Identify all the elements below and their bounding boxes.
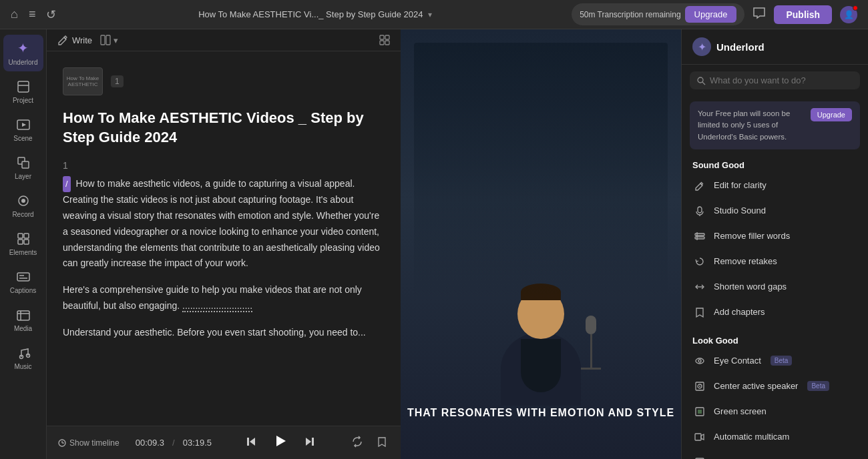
video-preview: THAT RESONATES WITH EMOTION AND STYLE (401, 29, 681, 459)
page-thumbnail-row: How To Make AESTHETIC 1 (63, 67, 385, 95)
eye-contact-icon (692, 354, 707, 368)
grid-view-toggle[interactable] (379, 35, 390, 45)
feature-studio-sound[interactable]: Studio Sound (682, 198, 868, 223)
search-input[interactable] (710, 75, 853, 85)
svg-point-43 (698, 360, 701, 362)
timeline-icon (57, 438, 67, 448)
sidebar-item-media[interactable]: Media (3, 302, 43, 338)
show-timeline-label: Show timeline (69, 438, 120, 448)
sidebar-label-scene: Scene (13, 135, 32, 142)
paragraph-2[interactable]: Here's a comprehensive guide to help you… (63, 282, 385, 314)
eye-contact-label: Eye Contact (714, 356, 761, 366)
feature-green-screen[interactable]: Green screen (682, 399, 868, 424)
topbar: ⌂ ≡ ↺ How To Make AESTHETIC Vi..._ Step … (0, 0, 868, 29)
center-speaker-label: Center active speaker (714, 381, 798, 391)
sidebar-label-captions: Captions (10, 287, 36, 294)
prev-icon (245, 436, 257, 448)
avatar-button[interactable]: 👤 (837, 3, 860, 26)
add-chapters-icon (692, 305, 707, 320)
sound-good-section-title: Sound Good (682, 155, 868, 173)
topbar-left: ⌂ ≡ ↺ (8, 5, 59, 25)
play-button[interactable] (270, 431, 290, 454)
bookmark-button[interactable] (374, 434, 390, 452)
feature-add-chapters[interactable]: Add chapters (682, 300, 868, 325)
write-label: Write (72, 35, 92, 45)
captions-icon (16, 270, 31, 284)
green-screen-icon (692, 404, 707, 419)
svg-rect-36 (698, 207, 702, 213)
sidebar-item-elements[interactable]: Elements (3, 226, 43, 262)
next-icon (304, 436, 316, 448)
feature-edit-clarity[interactable]: Edit for clarity (682, 173, 868, 198)
speaker-shirt (521, 339, 561, 392)
svg-rect-39 (695, 237, 704, 239)
svg-rect-49 (695, 434, 701, 440)
menu-button[interactable]: ≡ (26, 5, 39, 24)
sidebar-item-layer[interactable]: Layer (3, 150, 43, 185)
feature-auto-multicam[interactable]: Automatic multicam (682, 424, 868, 450)
remove-retakes-icon (692, 254, 707, 269)
svg-rect-12 (17, 273, 29, 281)
publish-button[interactable]: Publish (774, 5, 832, 24)
svg-rect-33 (312, 438, 314, 446)
sidebar-label-record: Record (12, 211, 33, 218)
feature-remove-filler[interactable]: Remove filler words (682, 223, 868, 249)
sidebar-item-scene[interactable]: Scene (3, 112, 43, 147)
svg-rect-8 (18, 234, 23, 238)
upgrade-notice-button[interactable]: Upgrade (811, 108, 852, 121)
sidebar-item-project[interactable]: Project (3, 74, 43, 109)
layout-icon (100, 35, 111, 45)
bookmark-icon (377, 436, 387, 447)
sidebar-item-captions[interactable]: Captions (3, 264, 43, 300)
sidebar-label-project: Project (13, 97, 33, 104)
comments-button[interactable] (750, 3, 769, 25)
sidebar-item-record[interactable]: Record (3, 188, 43, 223)
search-box[interactable] (690, 71, 860, 89)
paragraph-3[interactable]: Understand your aesthetic. Before you ev… (63, 325, 385, 341)
feature-gen-image[interactable]: Generate an image (682, 450, 868, 459)
page-number: 1 (111, 75, 124, 87)
svg-point-46 (699, 386, 700, 387)
undo-button[interactable]: ↺ (43, 5, 59, 25)
svg-rect-10 (18, 240, 23, 244)
loop-button[interactable] (349, 433, 366, 453)
feature-shorten-gaps[interactable]: Shorten word gaps (682, 274, 868, 300)
video-bg-overlay (414, 43, 668, 300)
upgrade-button-topbar[interactable]: Upgrade (685, 6, 737, 23)
section-number: 1 (63, 160, 385, 171)
layout-toggle[interactable]: ▾ (100, 35, 118, 45)
svg-rect-48 (698, 410, 702, 414)
show-timeline-button[interactable]: Show timeline (57, 438, 120, 448)
comment-icon (752, 6, 766, 19)
svg-point-42 (696, 358, 704, 364)
upgrade-notice-content: Your Free plan will soon be limited to o… (698, 108, 852, 143)
write-button[interactable]: Write (57, 35, 92, 45)
feature-center-speaker[interactable]: Center active speaker Beta (682, 374, 868, 399)
svg-line-35 (702, 82, 705, 85)
document-title: How To Make AESTHETIC Videos _ Step by S… (63, 109, 385, 147)
editor-content[interactable]: How To Make AESTHETIC 1 How To Make AEST… (47, 51, 401, 426)
svg-marker-29 (250, 438, 255, 446)
svg-rect-0 (18, 81, 29, 92)
shorten-gaps-icon (692, 280, 707, 294)
underlord-header: ✦ Underlord (682, 29, 868, 65)
paragraph-1[interactable]: / How to make aesthetic videos, a guide … (63, 176, 385, 272)
svg-rect-15 (17, 311, 29, 320)
video-caption: THAT RESONATES WITH EMOTION AND STYLE (407, 407, 674, 419)
feature-eye-contact[interactable]: Eye Contact Beta (682, 348, 868, 374)
svg-rect-22 (380, 35, 384, 39)
sidebar-item-music[interactable]: Music (3, 340, 43, 376)
previous-button[interactable] (242, 433, 260, 453)
feature-remove-retakes[interactable]: Remove retakes (682, 249, 868, 274)
next-button[interactable] (301, 433, 318, 453)
home-button[interactable]: ⌂ (8, 5, 21, 24)
green-screen-label: Green screen (714, 406, 767, 416)
sidebar-item-underlord[interactable]: ✦ Underlord (3, 35, 43, 71)
project-icon (16, 79, 31, 94)
shorten-gaps-label: Shorten word gaps (714, 282, 787, 292)
sidebar-label-underlord: Underlord (9, 59, 38, 66)
eye-contact-beta-badge: Beta (771, 356, 793, 366)
remove-filler-label: Remove filler words (714, 231, 790, 241)
mic-head (586, 316, 596, 334)
svg-point-7 (21, 199, 25, 203)
